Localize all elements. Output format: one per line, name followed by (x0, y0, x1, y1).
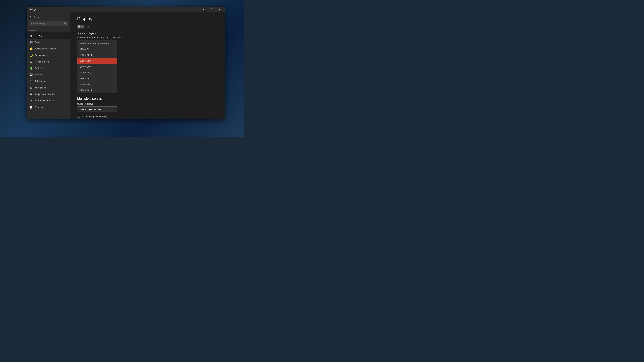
sidebar-item-storage[interactable]: 💾 Storage (27, 71, 70, 78)
shared-label: Shared experiences (35, 99, 54, 102)
search-box: 🔍 (29, 21, 68, 26)
power-icon: ⏻ (30, 60, 33, 63)
display-label: Display (35, 34, 42, 37)
sidebar-item-notifications[interactable]: 🔔 Notifications & actions (27, 45, 70, 52)
sound-icon: 🔊 (30, 40, 33, 44)
sidebar-item-multitasking[interactable]: ⊞ Multitasking (27, 84, 70, 91)
multiple-displays-dropdown[interactable]: Extend these displays ▼ (77, 106, 118, 112)
sound-label: Sound (35, 41, 41, 43)
multiple-displays-label: Multiple displays (77, 103, 218, 105)
title-bar-controls: ─ ❐ ✕ (200, 7, 224, 12)
resolution-option-5[interactable]: 1400 × 1050 (77, 70, 117, 76)
main-display-checkbox[interactable] (77, 115, 80, 118)
clipboard-icon: 📋 (30, 106, 33, 109)
settings-window: Settings ─ ❐ ✕ ⌂ Home 🔍 System ▣ (27, 7, 225, 119)
focus-icon: 🌙 (30, 54, 33, 57)
battery-icon: 🔋 (30, 66, 33, 70)
power-label: Power & sleep (35, 60, 49, 63)
minimize-button[interactable]: ─ (200, 7, 207, 12)
home-icon: ⌂ (30, 15, 31, 18)
resolution-option-3[interactable]: 1600 × 900 (77, 58, 117, 64)
sidebar-item-tablet[interactable]: 📱 Tablet mode (27, 78, 70, 84)
multiple-displays-title: Multiple displays (77, 97, 218, 100)
sidebar-home[interactable]: ⌂ Home (27, 13, 70, 20)
main-content: Display Off Scale and layout Change the … (70, 12, 225, 119)
sidebar: ⌂ Home 🔍 System ▣ Display 🔊 Sound 🔔 No (27, 12, 70, 119)
sidebar-item-clipboard[interactable]: 📋 Clipboard (27, 104, 70, 110)
search-input[interactable] (29, 21, 68, 26)
chevron-down-icon: ▼ (113, 108, 115, 110)
sidebar-item-projecting[interactable]: 📽 Projecting to this PC (27, 91, 70, 97)
checkbox-label: Make this my main display (82, 115, 107, 118)
scale-section-sub: Change the size of text, apps, and other… (77, 36, 218, 38)
window-body: ⌂ Home 🔍 System ▣ Display 🔊 Sound 🔔 No (27, 12, 225, 119)
sidebar-item-display[interactable]: ▣ Display (27, 32, 70, 39)
dropdown-value: Extend these displays (80, 108, 101, 111)
toggle-switch[interactable] (77, 25, 84, 28)
tablet-icon: 📱 (30, 80, 33, 83)
resolution-option-1[interactable]: 1768 × 992 (77, 46, 117, 52)
projecting-icon: 📽 (30, 93, 33, 96)
clipboard-label: Clipboard (35, 106, 44, 108)
toggle-off-label: Off (86, 25, 90, 28)
projecting-label: Projecting to this PC (35, 93, 55, 95)
sidebar-item-shared[interactable]: ✦ Shared experiences (27, 97, 70, 104)
title-bar: Settings ─ ❐ ✕ (27, 7, 225, 12)
window-title: Settings (28, 8, 200, 10)
search-icon: 🔍 (64, 22, 67, 25)
notifications-icon: 🔔 (30, 47, 33, 50)
home-label: Home (33, 15, 40, 18)
maximize-button[interactable]: ❐ (208, 7, 215, 12)
resolution-option-7[interactable]: 1360 × 768 (77, 81, 117, 87)
sidebar-item-focus[interactable]: 🌙 Focus assist (27, 52, 70, 58)
sidebar-item-power[interactable]: ⏻ Power & sleep (27, 58, 70, 65)
resolution-dropdown: 1920 × 1080 (Recommended) 1768 × 992 160… (77, 40, 118, 93)
page-title: Display (77, 16, 218, 21)
storage-icon: 💾 (30, 73, 33, 76)
resolution-option-6[interactable]: 1366 × 768 (77, 76, 117, 81)
focus-label: Focus assist (35, 54, 47, 56)
multitasking-icon: ⊞ (30, 86, 33, 89)
tablet-label: Tablet mode (35, 80, 47, 82)
system-section-label: System (27, 28, 70, 32)
resolution-option-0[interactable]: 1920 × 1080 (Recommended) (77, 40, 117, 46)
shared-icon: ✦ (30, 99, 33, 102)
resolution-option-8[interactable]: 1280 × 1024 (77, 87, 117, 93)
toggle-row: Off (77, 25, 218, 28)
close-button[interactable]: ✕ (216, 7, 224, 12)
multitasking-label: Multitasking (35, 86, 46, 89)
resolution-option-2[interactable]: 1600 × 1024 (77, 52, 117, 58)
notifications-label: Notifications & actions (35, 47, 56, 50)
sidebar-item-battery[interactable]: 🔋 Battery (27, 65, 70, 71)
scale-section-heading: Scale and layout (77, 32, 218, 35)
multiple-displays-section: Multiple displays Multiple displays Exte… (77, 97, 218, 119)
battery-label: Battery (35, 67, 42, 69)
main-display-checkbox-row: Make this my main display (77, 115, 218, 118)
sidebar-item-sound[interactable]: 🔊 Sound (27, 39, 70, 45)
storage-label: Storage (35, 73, 42, 76)
resolution-option-4[interactable]: 1440 × 900 (77, 64, 117, 70)
display-icon: ▣ (30, 34, 33, 37)
